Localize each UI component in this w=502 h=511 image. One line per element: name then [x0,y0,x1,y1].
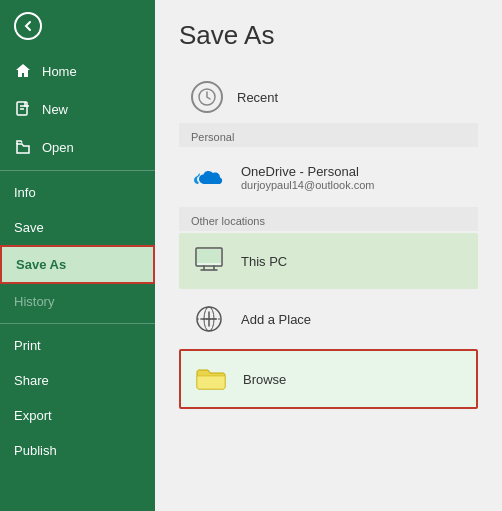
thispc-label: This PC [241,254,287,269]
addplace-label: Add a Place [241,312,311,327]
recent-item[interactable]: Recent [179,71,478,123]
location-browse[interactable]: Browse [179,349,478,409]
onedrive-text: OneDrive - Personal durjoypaul14@outlook… [241,164,374,191]
sidebar-item-export[interactable]: Export [0,398,155,433]
sidebar-item-open[interactable]: Open [0,128,155,166]
divider-2 [0,323,155,324]
open-icon [14,138,32,156]
sidebar-item-print[interactable]: Print [0,328,155,363]
page-title: Save As [179,20,478,51]
onedrive-icon [191,159,227,195]
svg-rect-4 [197,249,221,263]
sidebar-item-new[interactable]: New [0,90,155,128]
section-personal-label: Personal [179,123,478,147]
sidebar-item-info[interactable]: Info [0,175,155,210]
home-icon [14,62,32,80]
browse-label: Browse [243,372,286,387]
addplace-icon [191,301,227,337]
sidebar-item-saveas[interactable]: Save As [0,245,155,284]
clock-icon [191,81,223,113]
location-addplace[interactable]: Add a Place [179,291,478,347]
section-other-label: Other locations [179,207,478,231]
location-thispc[interactable]: This PC [179,233,478,289]
divider-1 [0,170,155,171]
recent-label: Recent [237,90,278,105]
sidebar-nav: Home New Open [0,52,155,511]
location-onedrive[interactable]: OneDrive - Personal durjoypaul14@outlook… [179,149,478,205]
thispc-icon [191,243,227,279]
onedrive-email: durjoypaul14@outlook.com [241,179,374,191]
sidebar-item-publish[interactable]: Publish [0,433,155,468]
sidebar: Home New Open [0,0,155,511]
sidebar-item-history: History [0,284,155,319]
sidebar-item-save[interactable]: Save [0,210,155,245]
sidebar-item-share[interactable]: Share [0,363,155,398]
back-button[interactable] [0,0,155,52]
onedrive-name: OneDrive - Personal [241,164,374,179]
main-content: Save As Recent Personal OneDrive - Perso… [155,0,502,511]
new-icon [14,100,32,118]
back-icon [14,12,42,40]
sidebar-item-home[interactable]: Home [0,52,155,90]
browse-icon [193,361,229,397]
